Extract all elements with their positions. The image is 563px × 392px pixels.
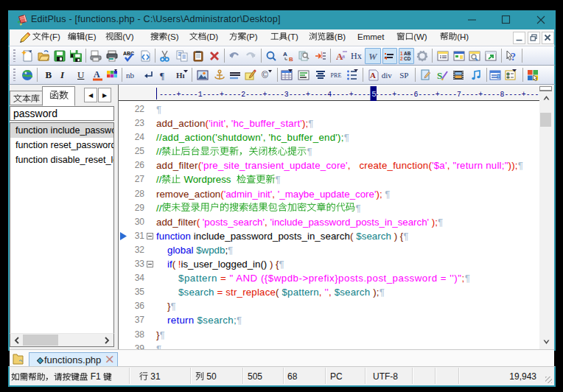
svg-text:5: 5 [371, 90, 377, 99]
svg-text:B: B [289, 56, 293, 62]
svg-text:nb: nb [126, 71, 135, 80]
svg-text:1: 1 [400, 51, 403, 56]
svg-text:?: ? [511, 52, 516, 62]
svg-text:2: 2 [321, 55, 323, 59]
svg-text:A: A [370, 71, 376, 80]
svg-text:¶: ¶ [160, 70, 164, 81]
svg-text:©: © [262, 70, 268, 80]
svg-text:Hx: Hx [351, 51, 362, 61]
svg-text:2: 2 [400, 56, 403, 61]
svg-text:AB: AB [404, 51, 411, 56]
svg-text:----+----1----+----2----+----3: ----+----1----+----2----+----3----+----4… [159, 90, 539, 99]
svg-text:CD: CD [404, 56, 411, 61]
svg-text:A: A [283, 51, 287, 57]
svg-text:a: a [342, 52, 345, 60]
svg-text:A: A [94, 69, 100, 80]
svg-text:Hı: Hı [176, 71, 185, 80]
svg-text:W: W [368, 51, 378, 62]
